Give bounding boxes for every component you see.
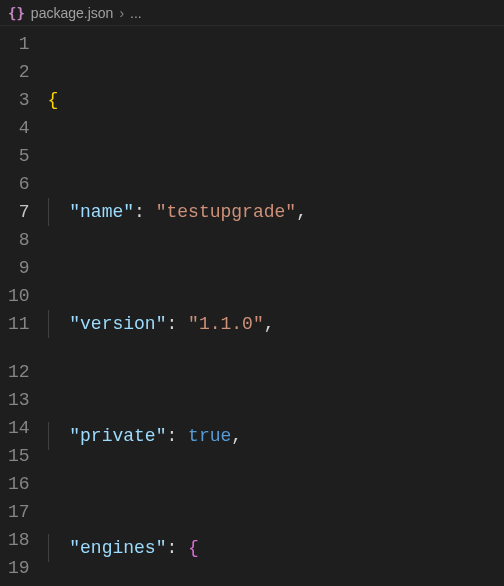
line-number: 11 [8, 310, 30, 338]
code-line[interactable]: "version": "1.1.0", [48, 310, 448, 338]
line-number: 6 [8, 170, 30, 198]
line-number-gutter: 1 2 3 4 5 6 7 8 9 10 11 12 13 14 15 16 1… [0, 26, 48, 586]
line-number: 14 [8, 414, 30, 442]
line-number: 17 [8, 498, 30, 526]
line-number: 4 [8, 114, 30, 142]
code-line[interactable]: "name": "testupgrade", [48, 198, 448, 226]
line-number: 5 [8, 142, 30, 170]
breadcrumb-file[interactable]: package.json [31, 5, 114, 21]
line-number: 15 [8, 442, 30, 470]
breadcrumb[interactable]: {} package.json › ... [0, 0, 504, 26]
line-number: 7 [8, 198, 30, 226]
code-line[interactable]: "engines": { [48, 534, 448, 562]
code-line[interactable]: "private": true, [48, 422, 448, 450]
line-number: 12 [8, 358, 30, 386]
line-number: 16 [8, 470, 30, 498]
line-number: 9 [8, 254, 30, 282]
line-number: 2 [8, 58, 30, 86]
line-number-blank [8, 338, 30, 358]
json-file-icon: {} [8, 5, 25, 21]
line-number: 3 [8, 86, 30, 114]
line-number: 10 [8, 282, 30, 310]
code-area[interactable]: { "name": "testupgrade", "version": "1.1… [48, 26, 448, 586]
code-editor[interactable]: 1 2 3 4 5 6 7 8 9 10 11 12 13 14 15 16 1… [0, 26, 504, 586]
code-line[interactable]: { [48, 86, 448, 114]
line-number: 8 [8, 226, 30, 254]
breadcrumb-rest[interactable]: ... [130, 5, 142, 21]
line-number: 13 [8, 386, 30, 414]
chevron-right-icon: › [119, 5, 124, 21]
line-number: 1 [8, 30, 30, 58]
line-number: 19 [8, 554, 30, 582]
line-number: 18 [8, 526, 30, 554]
